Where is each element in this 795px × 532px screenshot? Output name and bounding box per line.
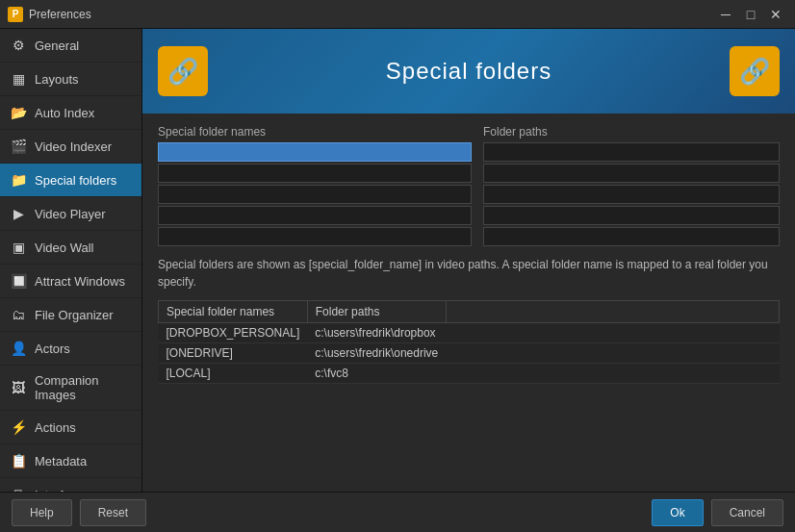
sidebar-label-actions: Actions: [35, 420, 76, 435]
special-name-input-5[interactable]: [158, 227, 472, 246]
path-input-5[interactable]: [483, 227, 780, 246]
app-icon: P: [8, 7, 23, 22]
companion-images-icon: 🖼: [10, 379, 27, 396]
sidebar-item-video-player[interactable]: ▶ Video Player: [0, 197, 141, 231]
path-input-3[interactable]: [483, 185, 780, 204]
attract-windows-icon: 🔲: [10, 272, 27, 290]
window-title: Preferences: [29, 8, 714, 21]
sidebar-label-companion-images: Companion Images: [35, 373, 132, 402]
sidebar-item-auto-index[interactable]: 📂 Auto Index: [0, 96, 141, 130]
sidebar-label-attract-windows: Attract Windows: [35, 274, 125, 289]
sidebar-label-auto-index: Auto Index: [35, 106, 94, 120]
sidebar-item-actions[interactable]: ⚡ Actions: [0, 411, 141, 444]
special-name-input-3[interactable]: [158, 185, 472, 204]
file-organizer-icon: 🗂: [10, 306, 27, 323]
special-name-input-1[interactable]: [158, 142, 472, 162]
auto-index-icon: 📂: [10, 104, 27, 121]
sidebar-label-general: General: [35, 38, 79, 53]
sidebar-item-actors[interactable]: 👤 Actors: [0, 332, 141, 366]
path-input-1[interactable]: [483, 142, 780, 162]
folder-paths-label: Folder paths: [483, 125, 780, 139]
path-input-2[interactable]: [483, 164, 780, 183]
folder-icon-left: 🔗: [158, 46, 208, 96]
table-cell-path: c:\users\fredrik\onedrive: [307, 343, 446, 364]
sidebar-label-interface: Interface: [35, 488, 84, 493]
actions-icon: ⚡: [10, 418, 27, 436]
folders-table: Special folder names Folder paths [DROPB…: [158, 300, 780, 384]
input-section: Special folder names Folder paths: [158, 125, 780, 246]
special-name-input-2[interactable]: [158, 164, 472, 183]
layouts-icon: ▦: [10, 70, 27, 88]
sidebar-label-video-indexer: Video Indexer: [35, 139, 112, 154]
table-cell-empty: [446, 323, 779, 343]
general-icon: ⚙: [10, 37, 27, 54]
table-cell-path: c:\users\fredrik\dropbox: [307, 323, 446, 343]
table-header-paths: Folder paths: [307, 301, 446, 323]
path-input-4[interactable]: [483, 206, 780, 225]
sidebar-label-video-wall: Video Wall: [35, 241, 93, 255]
content-body: Special folder names Folder paths: [142, 114, 795, 492]
folder-link-icon-right: 🔗: [739, 57, 770, 87]
ok-button[interactable]: Ok: [652, 499, 703, 526]
sidebar-item-special-folders[interactable]: 📁 Special folders: [0, 164, 141, 197]
sidebar-label-file-organizer: File Organizer: [35, 308, 114, 322]
interface-icon: 🖥: [10, 486, 27, 492]
cancel-button[interactable]: Cancel: [711, 499, 783, 526]
table-row[interactable]: [ONEDRIVE] c:\users\fredrik\onedrive: [159, 343, 780, 364]
table-cell-empty: [446, 364, 779, 384]
video-wall-icon: ▣: [10, 239, 27, 256]
content-area: 🔗 Special folders 🔗 Special folder names: [142, 29, 795, 492]
sidebar-item-companion-images[interactable]: 🖼 Companion Images: [0, 366, 141, 411]
reset-button[interactable]: Reset: [80, 499, 146, 526]
minimize-button[interactable]: ─: [714, 5, 737, 24]
help-button[interactable]: Help: [12, 499, 72, 526]
sidebar-item-file-organizer[interactable]: 🗂 File Organizer: [0, 298, 141, 332]
sidebar-item-metadata[interactable]: 📋 Metadata: [0, 444, 141, 478]
table-cell-name: [LOCAL]: [159, 364, 308, 384]
table-cell-path: c:\fvc8: [307, 364, 446, 384]
special-name-input-4[interactable]: [158, 206, 472, 225]
sidebar: ⚙ General ▦ Layouts 📂 Auto Index 🎬 Video…: [0, 29, 142, 492]
sidebar-item-video-indexer[interactable]: 🎬 Video Indexer: [0, 130, 141, 164]
sidebar-label-special-folders: Special folders: [35, 173, 116, 188]
table-header-empty: [446, 301, 779, 323]
path-inputs: [483, 142, 780, 246]
special-folder-names-label: Special folder names: [158, 125, 475, 139]
folder-link-icon-left: 🔗: [167, 57, 198, 87]
sidebar-label-video-player: Video Player: [35, 207, 105, 221]
video-indexer-icon: 🎬: [10, 138, 27, 155]
description-text: Special folders are shown as [special_fo…: [158, 256, 780, 291]
table-cell-name: [ONEDRIVE]: [159, 343, 308, 364]
video-player-icon: ▶: [10, 205, 27, 222]
special-folder-names-col: Special folder names: [158, 125, 475, 246]
title-bar: P Preferences ─ □ ✕: [0, 0, 795, 29]
window-controls: ─ □ ✕: [714, 5, 787, 24]
folder-icon-right: 🔗: [730, 46, 780, 96]
actors-icon: 👤: [10, 340, 27, 357]
sidebar-item-attract-windows[interactable]: 🔲 Attract Windows: [0, 265, 141, 298]
sidebar-item-general[interactable]: ⚙ General: [0, 29, 141, 63]
table-cell-empty: [446, 343, 779, 364]
maximize-button[interactable]: □: [739, 5, 762, 24]
table-row[interactable]: [DROPBOX_PERSONAL] c:\users\fredrik\drop…: [159, 323, 780, 343]
table-cell-name: [DROPBOX_PERSONAL]: [159, 323, 308, 343]
sidebar-label-metadata: Metadata: [35, 454, 87, 469]
special-folders-icon: 📁: [10, 171, 27, 189]
page-title: Special folders: [223, 58, 714, 85]
app-body: ⚙ General ▦ Layouts 📂 Auto Index 🎬 Video…: [0, 29, 795, 492]
table-header-names: Special folder names: [159, 301, 308, 323]
close-button[interactable]: ✕: [764, 5, 787, 24]
sidebar-item-video-wall[interactable]: ▣ Video Wall: [0, 231, 141, 265]
content-header: 🔗 Special folders 🔗: [142, 29, 795, 114]
sidebar-label-actors: Actors: [35, 342, 70, 356]
sidebar-label-layouts: Layouts: [35, 72, 79, 87]
table-row[interactable]: [LOCAL] c:\fvc8: [159, 364, 780, 384]
special-name-inputs: [158, 142, 475, 246]
bottom-bar: Help Reset Ok Cancel: [0, 492, 795, 532]
folder-paths-col: Folder paths: [483, 125, 780, 246]
sidebar-item-layouts[interactable]: ▦ Layouts: [0, 63, 141, 96]
sidebar-item-interface[interactable]: 🖥 Interface: [0, 478, 141, 492]
metadata-icon: 📋: [10, 452, 27, 469]
